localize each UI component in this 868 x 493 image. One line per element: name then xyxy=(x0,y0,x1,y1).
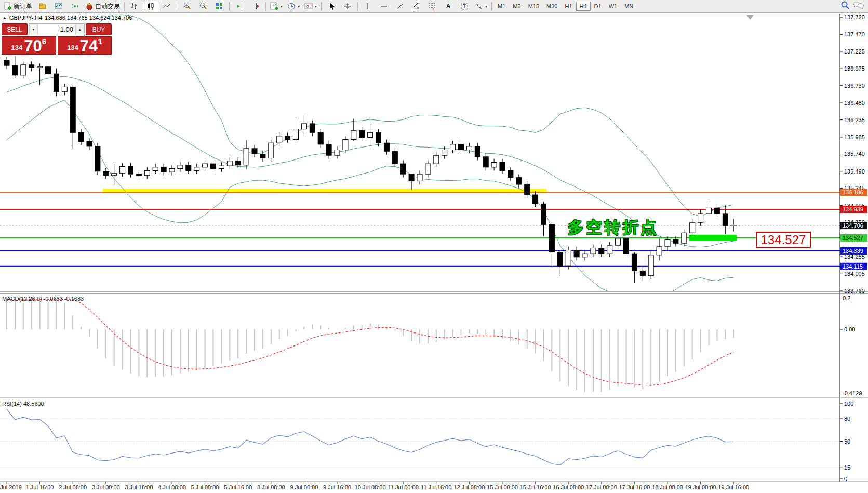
candle xyxy=(417,174,422,181)
candle xyxy=(442,150,447,156)
candle xyxy=(252,149,257,154)
cursor-tool-button[interactable] xyxy=(324,1,339,12)
candle xyxy=(301,124,306,129)
rsi-axis-tick: 80 xyxy=(844,416,850,422)
horizontal-line-tool-button[interactable] xyxy=(376,1,392,12)
chart-profile-button[interactable] xyxy=(35,1,50,12)
volume-decrease-button[interactable]: ▼ xyxy=(29,24,38,35)
timeframe-D1[interactable]: D1 xyxy=(591,2,605,11)
search-icon[interactable] xyxy=(840,1,850,12)
chart-annotation-text: 多空转折点 xyxy=(568,217,659,238)
clock-icon xyxy=(287,2,296,10)
chevron-down-icon: ▾ xyxy=(281,4,283,9)
periods-button[interactable]: ▾ xyxy=(285,1,302,12)
timeframe-H1[interactable]: H1 xyxy=(561,2,576,11)
price-axis-tick: 134.005 xyxy=(844,271,865,277)
new-order-button[interactable]: 新订单 xyxy=(2,1,34,12)
arrows-tool-button[interactable]: ▾ xyxy=(473,1,489,12)
timeframe-M1[interactable]: M1 xyxy=(494,2,509,11)
sell-price-box[interactable]: 134 70 6 xyxy=(2,36,56,55)
symbol-header: ▲ GBPJPY-,H4 134.686 134.765 134.624 134… xyxy=(3,15,132,21)
buy-button[interactable]: BUY xyxy=(86,23,112,35)
candle xyxy=(161,167,166,172)
time-axis-label: 3 Jul 16:00 xyxy=(125,484,153,490)
candle xyxy=(186,165,191,171)
candle xyxy=(698,214,703,222)
autotrading-button[interactable]: 自动交易 xyxy=(83,1,122,12)
chat-icon[interactable] xyxy=(853,1,864,12)
price-axis-tick: 135.740 xyxy=(844,151,865,157)
symbol-name: GBPJPY-,H4 xyxy=(9,15,42,21)
chart-shift-button[interactable] xyxy=(248,1,263,12)
line-chart-icon xyxy=(163,2,171,10)
timeframe-H4[interactable]: H4 xyxy=(576,2,591,11)
zoom-in-icon xyxy=(183,2,191,10)
channel-icon: E xyxy=(412,2,420,10)
auto-scroll-button[interactable] xyxy=(232,1,247,12)
candle xyxy=(260,154,265,158)
buy-price-box[interactable]: 134 74 1 xyxy=(58,36,112,55)
timeframe-M5[interactable]: M5 xyxy=(509,2,524,11)
timeframe-W1[interactable]: W1 xyxy=(605,2,621,11)
candle xyxy=(120,166,125,173)
candle xyxy=(599,248,604,254)
autotrading-label: 自动交易 xyxy=(95,2,120,11)
candle xyxy=(46,67,51,74)
candle xyxy=(194,167,199,171)
fibonacci-tool-button[interactable]: F xyxy=(424,1,440,12)
time-axis-label: 11 Jul 16:00 xyxy=(421,484,451,490)
candle xyxy=(359,130,365,137)
market-watch-button[interactable] xyxy=(51,1,66,12)
candle xyxy=(235,161,241,165)
new-order-icon xyxy=(4,2,12,10)
candle xyxy=(318,132,323,144)
time-axis-label: 4 Jul 08:00 xyxy=(158,484,186,490)
time-axis-label: 5 Jul 16:00 xyxy=(224,484,252,490)
candle xyxy=(128,166,133,174)
indicators-button[interactable]: ▾ xyxy=(268,1,285,12)
text-label-tool-button[interactable]: T xyxy=(457,1,472,12)
bar-chart-mode-button[interactable] xyxy=(127,1,142,12)
volume-input[interactable] xyxy=(38,24,75,35)
candle xyxy=(203,164,208,167)
candle xyxy=(673,240,678,244)
timeframe-M15[interactable]: M15 xyxy=(525,2,543,11)
line-chart-mode-button[interactable] xyxy=(159,1,175,12)
candle xyxy=(459,144,464,150)
svg-text:F: F xyxy=(433,7,435,10)
text-tool-button[interactable]: A xyxy=(440,1,456,12)
candle xyxy=(591,248,596,254)
collapse-arrow-icon[interactable]: ▲ xyxy=(3,16,7,20)
cursor-icon xyxy=(327,2,336,10)
candlestick-mode-button[interactable] xyxy=(143,1,158,12)
chart-canvas[interactable]: 137.720137.470137.225136.975136.730136.4… xyxy=(0,0,868,493)
volume-increase-button[interactable]: ▲ xyxy=(75,24,84,35)
vertical-line-tool-button[interactable] xyxy=(360,1,376,12)
zoom-out-button[interactable] xyxy=(195,1,211,12)
candle xyxy=(351,130,356,139)
rsi-line xyxy=(7,409,733,465)
price-callout-box: 134.527 xyxy=(756,232,811,248)
templates-button[interactable]: ▾ xyxy=(302,1,319,12)
time-axis-label: 8 Jul 08:00 xyxy=(257,484,285,490)
candle xyxy=(682,233,687,243)
time-axis-label: 1 Jul 2019 xyxy=(0,484,22,490)
candle xyxy=(723,214,728,226)
time-axis-label: 9 Jul 00:00 xyxy=(290,484,318,490)
price-axis-tick: 136.730 xyxy=(844,83,865,89)
equidistant-channel-tool-button[interactable]: E xyxy=(408,1,424,12)
bollinger-upper xyxy=(7,15,733,217)
price-level-label: 134.706 xyxy=(843,222,863,229)
crosshair-tool-button[interactable] xyxy=(340,1,355,12)
signals-button[interactable] xyxy=(67,1,83,12)
timeframe-M30[interactable]: M30 xyxy=(543,2,561,11)
time-axis-label: 19 Jul 00:00 xyxy=(685,484,716,490)
candle xyxy=(582,254,587,257)
time-axis-label: 11 Jul 00:00 xyxy=(388,484,419,490)
zoom-in-button[interactable] xyxy=(179,1,195,12)
timeframe-MN[interactable]: MN xyxy=(621,2,637,11)
candle xyxy=(640,271,645,275)
tile-windows-button[interactable] xyxy=(211,1,227,12)
sell-button[interactable]: SELL xyxy=(2,23,28,35)
trendline-tool-button[interactable] xyxy=(392,1,408,12)
